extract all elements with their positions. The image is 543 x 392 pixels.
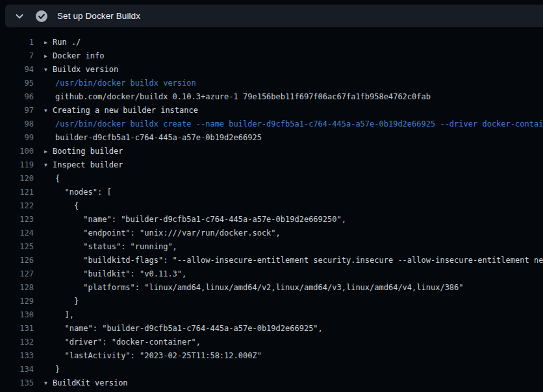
log-line: 120{: [0, 172, 543, 186]
output-text: "endpoint": "unix:///var/run/docker.sock…: [55, 228, 281, 238]
line-number[interactable]: 135: [0, 376, 34, 390]
log-lines: 1▶Run ./7▶Docker info94▼Buildx version95…: [0, 36, 543, 392]
output-text: github.com/docker/buildx 0.10.3+azure-1 …: [55, 92, 431, 101]
log-line: 126 "buildkitd-flags": "--allow-insecure…: [0, 254, 543, 267]
line-number[interactable]: 119: [0, 158, 34, 172]
output-text: "driver": "docker-container",: [55, 337, 201, 347]
log-line: 127 "buildkit": "v0.11.3",: [0, 267, 543, 281]
log-group: ▼Creating a new builder instance: [44, 104, 198, 117]
line-number[interactable]: 124: [0, 227, 34, 240]
log-group: ▼BuildKit version: [44, 376, 128, 390]
line-number[interactable]: 122: [0, 199, 34, 213]
line-number[interactable]: 120: [0, 172, 34, 186]
output-text: }: [55, 297, 79, 306]
step-header[interactable]: Set up Docker Buildx: [5, 5, 543, 27]
group-label: BuildKit version: [53, 378, 128, 387]
output-text: "nodes": [: [55, 188, 112, 197]
log-group: ▶Booting builder: [44, 145, 123, 158]
log-line: 95/usr/bin/docker buildx version: [0, 77, 543, 90]
log-line[interactable]: 100▶Booting builder: [0, 145, 543, 158]
command-text: /usr/bin/docker buildx version: [55, 79, 196, 88]
log-line[interactable]: 7▶Docker info: [0, 49, 543, 63]
line-number[interactable]: 7: [0, 49, 34, 63]
log-group: ▶Docker info: [44, 49, 104, 63]
line-number[interactable]: 134: [0, 363, 34, 376]
output-text: "status": "running",: [55, 242, 177, 251]
log-line: 99builder-d9cfb5a1-c764-445a-a57e-0b19d2…: [0, 131, 543, 145]
log-viewer: 1▶Run ./7▶Docker info94▼Buildx version95…: [0, 29, 543, 392]
group-label: Creating a new builder instance: [53, 106, 198, 115]
log-line[interactable]: 135▼BuildKit version: [0, 376, 543, 390]
line-number[interactable]: 121: [0, 186, 34, 199]
log-line: 122 {: [0, 199, 543, 213]
group-label: Run ./: [53, 38, 81, 47]
log-line[interactable]: 97▼Creating a new builder instance: [0, 104, 543, 117]
group-label: Inspect builder: [53, 160, 123, 169]
output-text: "name": "builder-d9cfb5a1-c764-445a-a57e…: [55, 324, 323, 333]
log-line: 96github.com/docker/buildx 0.10.3+azure-…: [0, 90, 543, 104]
line-number[interactable]: 94: [0, 63, 34, 77]
group-label: Docker info: [53, 51, 104, 60]
output-text: {: [55, 174, 60, 183]
line-number[interactable]: 128: [0, 281, 34, 295]
log-line[interactable]: 94▼Buildx version: [0, 63, 543, 77]
log-line: 123 "name": "builder-d9cfb5a1-c764-445a-…: [0, 213, 543, 227]
step-title: Set up Docker Buildx: [57, 11, 140, 21]
line-number[interactable]: 131: [0, 322, 34, 336]
chevron-down-icon: [14, 11, 25, 21]
log-line: 128 "platforms": "linux/amd64,linux/amd6…: [0, 281, 543, 295]
log-line: 134}: [0, 363, 543, 376]
expanded-arrow-icon: ▼: [44, 158, 53, 172]
line-number[interactable]: 96: [0, 90, 34, 104]
collapsed-arrow-icon: ▶: [44, 36, 53, 49]
log-line: 133 "lastActivity": "2023-02-25T11:58:12…: [0, 349, 543, 363]
collapsed-arrow-icon: ▶: [44, 49, 53, 63]
line-number[interactable]: 98: [0, 117, 34, 131]
group-label: Buildx version: [53, 65, 118, 74]
output-text: ],: [55, 310, 74, 319]
log-line[interactable]: 1▶Run ./: [0, 36, 543, 49]
group-label: Booting builder: [53, 147, 123, 156]
command-text: /usr/bin/docker buildx create --name bui…: [55, 119, 543, 129]
line-number[interactable]: 100: [0, 145, 34, 158]
line-number[interactable]: 125: [0, 240, 34, 254]
log-line: 124 "endpoint": "unix:///var/run/docker.…: [0, 227, 543, 240]
output-text: }: [55, 365, 60, 374]
expanded-arrow-icon: ▼: [44, 104, 53, 117]
expanded-arrow-icon: ▼: [44, 63, 53, 77]
expanded-arrow-icon: ▼: [44, 376, 53, 390]
check-circle-icon: [35, 10, 48, 23]
line-number[interactable]: 1: [0, 36, 34, 49]
output-text: "name": "builder-d9cfb5a1-c764-445a-a57e…: [55, 215, 346, 224]
log-line: 132 "driver": "docker-container",: [0, 336, 543, 349]
collapse-step-button[interactable]: [12, 8, 27, 24]
log-line: 129 }: [0, 295, 543, 308]
line-number[interactable]: 126: [0, 254, 34, 267]
output-text: builder-d9cfb5a1-c764-445a-a57e-0b19d2e6…: [55, 133, 262, 142]
output-text: "buildkitd-flags": "--allow-insecure-ent…: [55, 256, 543, 265]
output-text: {: [55, 201, 79, 210]
line-number[interactable]: 130: [0, 308, 34, 322]
line-number[interactable]: 99: [0, 131, 34, 145]
log-group: ▶Run ./: [44, 36, 81, 49]
line-number[interactable]: 97: [0, 104, 34, 117]
log-line: 131 "name": "builder-d9cfb5a1-c764-445a-…: [0, 322, 543, 336]
log-line: 121 "nodes": [: [0, 186, 543, 199]
log-line[interactable]: 119▼Inspect builder: [0, 158, 543, 172]
log-line: 130 ],: [0, 308, 543, 322]
output-text: "buildkit": "v0.11.3",: [55, 269, 186, 278]
line-number[interactable]: 133: [0, 349, 34, 363]
output-text: "lastActivity": "2023-02-25T11:58:12.000…: [55, 351, 262, 360]
collapsed-arrow-icon: ▶: [44, 145, 53, 158]
log-group: ▼Buildx version: [44, 63, 118, 77]
line-number[interactable]: 132: [0, 336, 34, 349]
log-line: 98/usr/bin/docker buildx create --name b…: [0, 117, 543, 131]
log-line: 125 "status": "running",: [0, 240, 543, 254]
output-text: "platforms": "linux/amd64,linux/amd64/v2…: [55, 283, 464, 292]
line-number[interactable]: 123: [0, 213, 34, 227]
line-number[interactable]: 127: [0, 267, 34, 281]
line-number[interactable]: 95: [0, 77, 34, 90]
log-group: ▼Inspect builder: [44, 158, 123, 172]
line-number[interactable]: 129: [0, 295, 34, 308]
